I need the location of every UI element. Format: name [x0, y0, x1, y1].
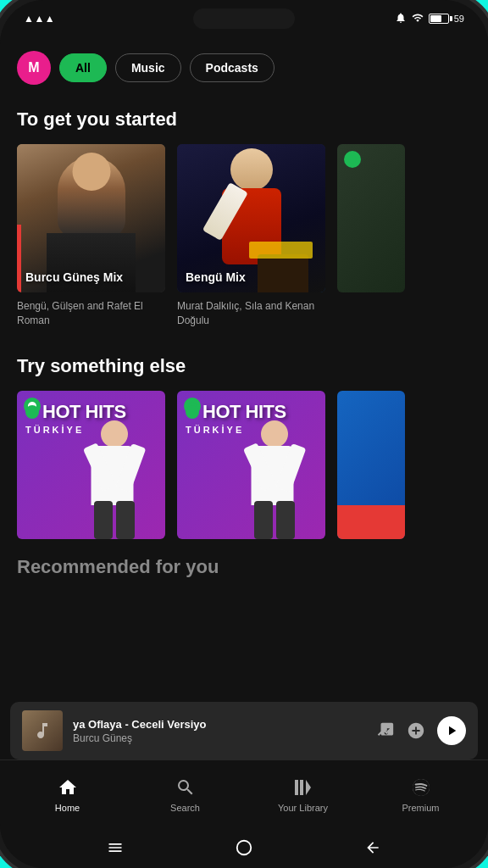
filter-all[interactable]: All	[59, 53, 107, 82]
main-content: M All Music Podcasts To get you started	[0, 37, 488, 760]
home-gesture-button[interactable]	[232, 836, 256, 860]
battery-label: 59	[454, 14, 464, 24]
section2-title: Try something else	[0, 348, 488, 391]
card-partial-1[interactable]	[337, 144, 405, 328]
notification-icon	[395, 12, 407, 25]
card-hot-hits-2[interactable]: HOT HITS TÜRKİYE	[177, 391, 325, 539]
nav-premium[interactable]: Premium	[362, 776, 480, 813]
now-playing-title: ya Oflaya - Ceceli Versiyo	[73, 718, 366, 731]
svg-point-9	[237, 841, 252, 855]
filter-row: M All Music Podcasts	[0, 51, 488, 102]
card-bengu-image: Bengü Mix	[177, 144, 325, 292]
red-bar	[17, 225, 21, 292]
status-bar: ▲▲▲ 59	[0, 0, 488, 37]
menu-button[interactable]	[103, 836, 127, 860]
card2-label: Bengü Mix	[186, 270, 246, 284]
filter-podcasts[interactable]: Podcasts	[190, 53, 274, 82]
status-right: 59	[395, 12, 464, 25]
now-playing-thumbnail	[22, 710, 63, 751]
now-playing-artist: Burcu Güneş	[73, 732, 366, 744]
user-avatar[interactable]: M	[17, 51, 51, 85]
phone-shell: ▲▲▲ 59 M All Music Podcasts To get you s…	[0, 0, 488, 868]
nav-search-label: Search	[170, 803, 200, 813]
card2-subtitle: Murat Dalkılıç, Sıla and Kenan Doğulu	[177, 299, 325, 328]
search-icon	[174, 776, 197, 799]
section2-cards: HOT HITS TÜRKİYE	[0, 391, 488, 539]
home-icon	[56, 776, 80, 799]
nav-search[interactable]: Search	[126, 776, 244, 813]
wifi-icon	[412, 12, 424, 25]
card-bengu[interactable]: Bengü Mix Murat Dalkılıç, Sıla and Kenan…	[177, 144, 325, 328]
nav-home[interactable]: Home	[8, 776, 126, 813]
nav-premium-label: Premium	[402, 803, 439, 813]
card-hot-hits-1[interactable]: HOT HITS TÜRKİYE	[17, 391, 165, 539]
nav-home-label: Home	[55, 803, 80, 813]
bottom-nav: Home Search Your Library Premium	[0, 760, 488, 827]
card1-subtitle: Bengü, Gülşen and Rafet El Roman	[17, 299, 165, 328]
svg-rect-5	[295, 780, 298, 795]
card1-label: Burcu Güneş Mix	[25, 270, 123, 284]
filter-music[interactable]: Music	[115, 53, 181, 82]
svg-point-2	[348, 155, 357, 164]
system-nav	[0, 827, 488, 868]
card-burcu-gunes[interactable]: Burcu Güneş Mix Bengü, Gülşen and Rafet …	[17, 144, 165, 328]
play-pause-button[interactable]	[437, 716, 466, 745]
back-button[interactable]	[361, 836, 385, 860]
notch	[193, 8, 295, 29]
library-icon	[291, 776, 315, 799]
card-hothits1-image: HOT HITS TÜRKİYE	[17, 391, 165, 539]
recommend-peek: Recommended for you	[0, 539, 488, 587]
section1-title: To get you started	[0, 102, 488, 144]
section1-cards: Burcu Güneş Mix Bengü, Gülşen and Rafet …	[0, 144, 488, 328]
card-hothits2-image: HOT HITS TÜRKİYE	[177, 391, 325, 539]
connect-devices-button[interactable]	[376, 721, 395, 740]
spotify-icon	[409, 776, 433, 799]
now-playing-bar[interactable]: ya Oflaya - Ceceli Versiyo Burcu Güneş	[10, 702, 478, 760]
spotify-badge-3	[344, 151, 361, 168]
signal-icon: ▲▲▲	[24, 13, 55, 25]
nav-library-label: Your Library	[278, 803, 328, 813]
nav-library[interactable]: Your Library	[244, 776, 362, 813]
now-playing-controls	[376, 716, 466, 745]
thumb-art	[22, 710, 63, 751]
now-playing-info: ya Oflaya - Ceceli Versiyo Burcu Güneş	[73, 718, 366, 744]
add-to-library-button[interactable]	[407, 721, 425, 740]
card-burcu-image: Burcu Güneş Mix	[17, 144, 165, 292]
battery-icon	[429, 14, 449, 24]
svg-marker-7	[306, 780, 311, 795]
svg-rect-6	[300, 780, 303, 795]
card-partial-2[interactable]	[337, 391, 405, 539]
